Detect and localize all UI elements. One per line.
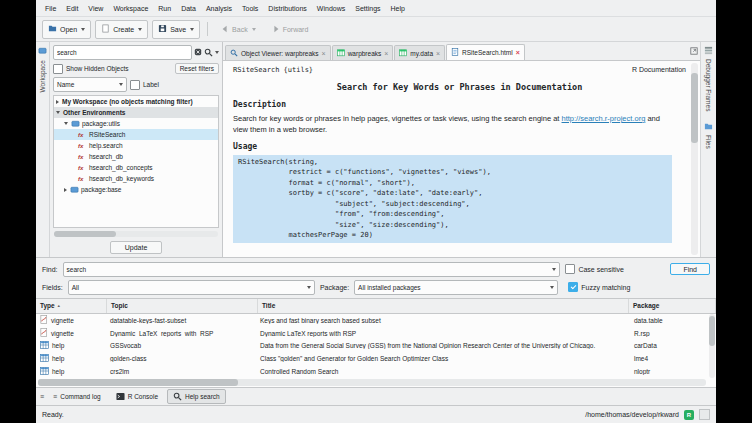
object-tree: My Workspace (no objects matching filter… (53, 95, 219, 228)
menu-tools[interactable]: Tools (237, 5, 263, 12)
tab-rsitesearch-html[interactable]: RSiteSearch.html × (446, 44, 525, 60)
clear-search-icon[interactable] (194, 48, 202, 58)
back-button[interactable]: Back (215, 20, 262, 39)
tree-label: My Workspace (no objects matching filter… (62, 98, 193, 105)
object-search-input[interactable] (53, 45, 192, 60)
open-button[interactable]: Open (42, 20, 91, 39)
status-message: Ready. (42, 411, 64, 418)
menu-file[interactable]: File (40, 5, 61, 12)
expander-icon[interactable] (56, 111, 60, 114)
tab-command-log[interactable]: ≡ Command log (47, 391, 107, 403)
help-search-panel: Find: search Case sensitive Find Fields:… (36, 257, 716, 298)
tree-package-utils[interactable]: package:utils (54, 118, 218, 129)
menu-distributions[interactable]: Distributions (263, 5, 312, 12)
help-document: RSiteSearch {utils} R Documentation Sear… (223, 61, 700, 257)
bottom-toolview-bar: ≡ ≡ Command log R Console Help search (36, 387, 716, 405)
package-label: Package: (320, 284, 349, 291)
fuzzy-matching-checkbox[interactable] (568, 282, 578, 292)
close-tab-icon[interactable]: × (322, 50, 326, 57)
reset-filters-button[interactable]: Reset filters (175, 63, 219, 74)
menu-data[interactable]: Data (176, 5, 201, 12)
close-tab-icon[interactable]: × (516, 49, 520, 56)
table-row[interactable]: help crs2lm Controlled Random Search nlo… (36, 365, 716, 378)
menu-settings[interactable]: Settings (350, 5, 385, 12)
table-row[interactable]: help GSSvocab Data from the General Soci… (36, 339, 716, 352)
vignette-icon (40, 315, 48, 325)
tab-label: R Console (128, 393, 158, 400)
expander-icon[interactable] (56, 100, 59, 104)
column-header-type[interactable]: Type▲ (36, 299, 107, 313)
tab-help-search[interactable]: Help search (167, 389, 226, 404)
close-tab-icon[interactable]: × (436, 50, 440, 57)
folder-open-icon (48, 24, 57, 34)
column-header-title[interactable]: Title (258, 299, 629, 313)
search-options-button[interactable] (204, 48, 219, 57)
toolview-menu-icon[interactable]: ≡ (40, 393, 44, 400)
tree-horizontal-scrollbar[interactable] (54, 231, 218, 237)
menu-view[interactable]: View (83, 5, 108, 12)
package-combo[interactable]: All installed packages (354, 280, 558, 295)
table-row[interactable]: vignette Dynamic_LaTeX_reports_with_RSP … (36, 327, 716, 340)
table-vertical-scrollbar[interactable] (709, 314, 715, 378)
vignette-icon (40, 328, 48, 338)
fields-combo[interactable]: All (68, 280, 315, 295)
usage-code-block[interactable]: RSiteSearch(string, restrict = c("functi… (233, 155, 672, 243)
tree-fn-hsearch-db[interactable]: fx hsearch_db (54, 151, 218, 162)
object-viewer-icon (230, 49, 238, 58)
workspace-icon (38, 46, 47, 57)
column-header-topic[interactable]: Topic (107, 299, 258, 313)
tree-fn-hsearch-db-concepts[interactable]: fx hsearch_db_concepts (54, 162, 218, 173)
package-value: All installed packages (358, 284, 421, 291)
close-tab-icon[interactable]: × (384, 50, 388, 57)
table-horizontal-scrollbar[interactable] (38, 379, 706, 386)
show-hidden-checkbox[interactable] (53, 64, 63, 74)
menu-run[interactable]: Run (153, 5, 176, 12)
workspace-dock-tab[interactable]: Workspace (39, 60, 46, 92)
document-scrollbar[interactable] (691, 63, 698, 255)
create-button[interactable]: Create (95, 20, 148, 39)
tab-label: Help search (185, 393, 220, 400)
update-button[interactable]: Update (110, 241, 163, 254)
tree-label: Other Environments (63, 109, 125, 116)
menu-help[interactable]: Help (386, 5, 410, 12)
detach-view-icon[interactable] (690, 47, 698, 57)
save-button[interactable]: Save (152, 20, 200, 39)
debugger-frames-dock-tab[interactable]: Debugger Frames (704, 46, 713, 111)
case-sensitive-checkbox[interactable] (565, 264, 575, 274)
tree-package-base[interactable]: package:base (54, 184, 218, 195)
tab-object-viewer-warpbreaks[interactable]: Object Viewer: warpbreaks × (225, 45, 331, 60)
tree-fn-help-search[interactable]: fx help.search (54, 140, 218, 151)
left-dock-strip: Workspace (36, 42, 50, 257)
expander-icon[interactable] (64, 122, 68, 125)
tree-my-workspace[interactable]: My Workspace (no objects matching filter… (54, 96, 218, 107)
tab-warpbreaks[interactable]: warpbreaks × (332, 45, 394, 60)
menu-workspace[interactable]: Workspace (108, 5, 153, 12)
expander-icon[interactable] (64, 188, 67, 192)
files-dock-tab[interactable]: Files (704, 122, 713, 149)
sort-by-combo[interactable]: Name (53, 77, 127, 92)
cpu-indicator (699, 409, 710, 420)
menu-analysis[interactable]: Analysis (201, 5, 237, 12)
table-row[interactable]: vignette datatable-keys-fast-subset Keys… (36, 314, 716, 327)
tab-my-data[interactable]: my.data × (394, 45, 445, 60)
function-icon: fx (78, 165, 87, 171)
menu-edit[interactable]: Edit (61, 5, 83, 12)
function-icon: fx (78, 143, 87, 149)
label-checkbox[interactable] (130, 80, 140, 90)
tab-r-console[interactable]: R Console (110, 389, 164, 404)
find-combo[interactable]: search (63, 262, 561, 277)
tree-other-environments[interactable]: Other Environments (54, 107, 218, 118)
menu-windows[interactable]: Windows (312, 5, 350, 12)
forward-button[interactable]: Forward (266, 20, 315, 39)
tree-fn-hsearch-db-keywords[interactable]: fx hsearch_db_keywords (54, 173, 218, 184)
table-row[interactable]: help golden-class Class "golden" and Gen… (36, 352, 716, 365)
tree-label: RSiteSearch (89, 131, 126, 138)
forward-label: Forward (283, 26, 309, 33)
dock-tab-label: Files (705, 135, 712, 149)
search-r-project-link[interactable]: http://search.r-project.org (562, 114, 646, 123)
new-document-icon (101, 24, 110, 34)
find-button[interactable]: Find (670, 263, 710, 275)
r-engine-status-badge[interactable]: R (684, 410, 694, 420)
tree-fn-rsitesearch[interactable]: fx RSiteSearch (54, 129, 218, 140)
column-header-package[interactable]: Package (629, 299, 716, 313)
